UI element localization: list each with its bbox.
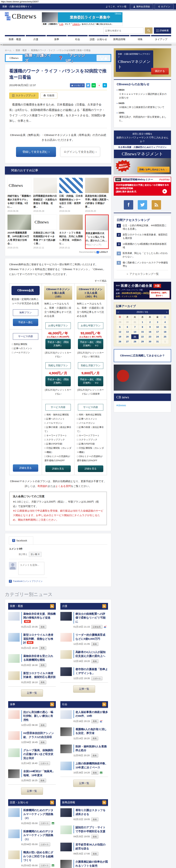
nav-iryokango[interactable]: 医療・看護 — [5, 35, 25, 41]
rss-icon[interactable] — [102, 604, 106, 608]
calendar-day[interactable]: 8 — [139, 324, 146, 330]
news-item[interactable]: 薬物依存症者支援、関係機関の情報共有など促進NEW 01月21日 20:35発表 — [8, 610, 56, 631]
news-item[interactable]: 看護職6人の免許取り消しを決定、厚労省 11月14日 18:20発表 — [60, 725, 108, 743]
proceed-button[interactable]: 手続きへ進む（開始月無料） ※2 — [78, 376, 103, 386]
article-list-button[interactable]: 記事一覧 — [21, 689, 43, 696]
horizontal-scrollbar[interactable]: ◀ — [0, 44, 176, 46]
news-item[interactable]: リーダー的介護職員育成などに5億9,000万円 12月20日 21:05発表 — [60, 631, 108, 648]
news-item[interactable]: 薬物依存症者を受け入れる医療機関を開拓 01月20日 16:30発表 — [8, 652, 56, 669]
rss-icon[interactable] — [50, 801, 54, 804]
notice-item[interactable]: 04/2510連休に伴う口座振替日の変更等について — [117, 101, 168, 109]
proceed-button[interactable]: 手続きへ進む（開始月無料） — [45, 339, 71, 349]
advanced-search-button[interactable]: ＋詳細検索 — [154, 27, 171, 34]
nav-wadai[interactable]: 話題・お知らせ — [89, 35, 108, 41]
calendar-day[interactable]: 7 — [131, 324, 139, 330]
news-item[interactable]: 介護業務記録の効率化が図れるソフトを販売 08月07日 10:00リポート — [60, 858, 108, 868]
facebook-icon[interactable]: f — [124, 200, 133, 210]
news-item[interactable]: 全国144町村が「無薬局」地域、18年度末 11月05日 18:25発表 — [8, 767, 56, 784]
detail-button[interactable]: 詳細を見る — [78, 465, 103, 472]
news-item[interactable]: 都市部の介護基盤「効率よくデザインを」 12月12日 19:35リポート — [60, 665, 108, 682]
calendar-day[interactable]: 19 — [116, 334, 124, 339]
calendar-day[interactable]: 13 — [124, 330, 131, 334]
proceed-button[interactable]: 手続きへ進む（開始月無料） — [45, 376, 71, 386]
related-article[interactable]: CBnews 持続可能な「看護職の働き方改革モデル」を検討 日看協、9月に… 2… — [7, 178, 31, 212]
calendar-day[interactable]: 1 — [139, 320, 146, 324]
proceed-button[interactable]: 手続きへ進む — [13, 319, 38, 326]
search-input[interactable] — [103, 27, 144, 34]
faq-link[interactable]: よくある質問 — [55, 485, 71, 488]
article-list-button[interactable]: 記事一覧 — [73, 685, 95, 693]
rss-icon[interactable] — [50, 702, 54, 706]
calendar-day[interactable]: 12 — [116, 330, 124, 334]
news-item[interactable]: 老人福祉事業の倒産が最多の96件、19年 01月16日 20:15発表 — [60, 708, 108, 725]
register-button[interactable]: 無料会員登録 — [130, 4, 153, 9]
login-read-button[interactable]: ログインして全文を読む › — [60, 147, 100, 157]
expo-ad[interactable]: 第6回 医療と介護の総合展 大阪 通称：メディカル ジャパン 大阪 会期：202… — [114, 282, 171, 300]
calendar-day[interactable]: 29 — [139, 339, 146, 344]
news-item[interactable]: グループ薬局、保険調剤の店舗が多いほど収支状況は良好 11月14日 16:40リ… — [8, 746, 56, 767]
calendar-day[interactable]: 20 — [124, 334, 131, 339]
search-button[interactable] — [145, 27, 152, 34]
rss-icon[interactable] — [50, 604, 54, 608]
rss-icon[interactable] — [102, 801, 106, 804]
rss-icon[interactable] — [152, 200, 161, 210]
article-list-button[interactable]: 記事一覧 — [73, 780, 95, 787]
login-button[interactable]: ログイン — [155, 4, 174, 9]
news-item[interactable]: 若手経営者36人が自院の経営を語る 09月25日 17:00発表 — [60, 841, 108, 858]
nav-shakai[interactable]: 社会 — [68, 35, 87, 41]
news-item[interactable]: 医療機関のためのデジタルマーケティング用語集（1） 01月04日 05:00リポ… — [8, 827, 56, 848]
hashtag-link[interactable]: #cbnews — [116, 404, 126, 407]
scrollbar-thumb[interactable] — [2, 44, 172, 45]
facebook-like-button[interactable]: いいね！ 0 — [70, 83, 85, 87]
news-item[interactable]: 医療機関のためのデジタルマーケティング用語集（2） 01月05日 05:00リポ… — [8, 806, 56, 827]
calendar-day[interactable]: 3 — [154, 320, 161, 324]
logly-credit[interactable]: Recommended byLLOGLY — [7, 249, 109, 254]
register-read-button[interactable]: 登録して全文を読む › — [16, 147, 56, 157]
breadcrumb-home[interactable]: ホーム — [5, 49, 11, 52]
facebook-tab[interactable]: ffacebook — [9, 536, 33, 545]
management-magazine-ad[interactable]: 経営に役立つ情報を抜群のコストパフォーマンスで手に入れませんか？ 生き残る医療・… — [114, 130, 171, 174]
ranking-item[interactable]: 5働く高齢者にメンタルヘルスケアや保健指導を — [117, 261, 168, 268]
detail-button[interactable]: 詳細を見る — [45, 465, 71, 472]
facebook-plugin-link[interactable]: fFacebookコメントプラグイン — [9, 578, 47, 583]
news-item[interactable]: H2受容体拮抗剤アシノン錠、クラス1の自主回収 12月04日 16:45発表 — [8, 729, 56, 746]
related-article[interactable]: 高度急性期入院医療、手厚い看護人員配置への評価を 日看協が厚… 2019.05.… — [85, 178, 109, 212]
terms-link[interactable]: 利用規約 — [37, 485, 48, 488]
management-subscribe-banner[interactable]: 医療・介護の経営情報ウェブマガジン CBnewsマネジメント 購読する — [114, 48, 171, 77]
subscribe-button[interactable]: 購読する — [151, 68, 169, 74]
apply-button[interactable]: 詳細／お申し込みはこちら → — [137, 167, 170, 173]
news-item[interactable]: 職員が思い詰める前にざわつきに対応できる組織づくり 01月03日 05:00リポ… — [8, 848, 56, 868]
fujitsu-seminar-ad[interactable]: 無料 病院経営戦略Webセミナー FUJITSU 詳しくはこちら 2020年診療… — [114, 177, 171, 196]
calendar-day[interactable]: 22 — [139, 334, 146, 339]
related-article[interactable]: タスク・シフト推進検討会、月内にも開催へ 厚労省、30団体のヒ… 2019.10… — [59, 215, 83, 249]
news-item[interactable]: 医師・歯科医師5人を業務停止処分 11月05日 20:20発表 — [60, 743, 108, 760]
calendar-day[interactable]: 2 — [146, 320, 154, 324]
news-item[interactable]: 療法士の病棟配置への評価で柔軟なリハビリ可能に 01月10日 21:15記者会見 — [60, 610, 108, 631]
calendar-day[interactable]: 23 — [146, 334, 154, 339]
notice-item[interactable]: 10/01運営元及び、利用規約の一部を変更致しました。 — [117, 111, 168, 123]
related-article[interactable]: 訪問看護提供体制の目標値設定・大規模化の推進を 日看協、老健… 2019.05.… — [33, 178, 57, 212]
news-item[interactable]: 上期の医療機関倒産件数、10年度に次ぐペース 10月28日 14:20発表 — [60, 760, 108, 777]
scrapbook-button[interactable]: スクラップブック — [9, 93, 39, 99]
print-button[interactable]: 印刷用 — [40, 93, 57, 99]
scroll-left-arrow[interactable]: ◀ — [0, 44, 2, 45]
calendar-day[interactable]: 4 — [161, 320, 169, 324]
news-item[interactable]: 新型コロナウイルス検査対象者、個室対応も選択肢 01月20日 16:10発表 — [8, 669, 56, 686]
hatena-icon[interactable]: B! — [103, 83, 107, 88]
article-list-button[interactable]: 記事一覧 — [21, 787, 43, 795]
next-month-arrow[interactable]: › — [166, 311, 167, 313]
related-article-ad[interactable]: 美容皮膚科医の夫「シミに悩んでるの」渡されたこれ… PR(ビハクシア) — [85, 215, 109, 249]
photo-ad-banner[interactable] — [114, 365, 171, 391]
calendar-day[interactable]: 10 — [154, 324, 161, 330]
calendar-day[interactable]: 6 — [124, 324, 131, 330]
calendar-day[interactable]: 25 — [161, 334, 169, 339]
calendar-day[interactable]: 31 — [154, 339, 161, 344]
calendar-day[interactable]: 16 — [146, 330, 154, 334]
calendar-day[interactable]: 26 — [116, 339, 124, 344]
writer-recruit-banner[interactable]: CBnews 業務委託ライター募集中 医療・介護業界の「いま」そして「これから」… — [42, 12, 123, 26]
site-logo[interactable]: 医療 介護 CBnews — [5, 12, 36, 20]
twitter-icon[interactable] — [138, 200, 147, 210]
related-article[interactable]: 日医・四病協、日本准看護師推進センターを設立 日医・釜萢常任… 2019.04.… — [59, 178, 83, 212]
pocket-icon[interactable]: v — [97, 83, 101, 88]
nav-yakuji[interactable]: 薬事 — [47, 35, 67, 41]
